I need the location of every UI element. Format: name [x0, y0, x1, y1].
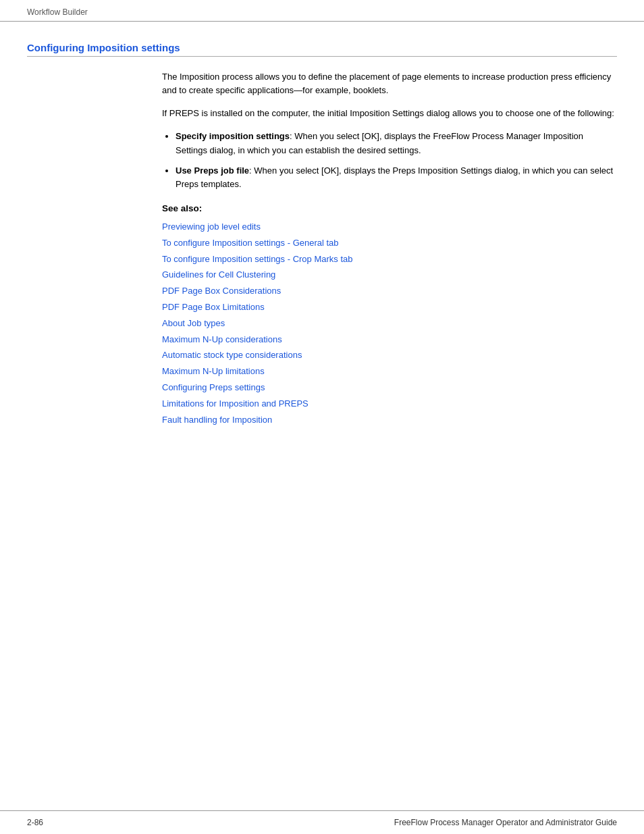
list-item: Limitations for Imposition and PREPS: [162, 397, 617, 411]
see-also-heading: See also:: [162, 203, 617, 213]
see-also-section: See also: Previewing job level edits To …: [162, 203, 617, 427]
list-item: Configuring Preps settings: [162, 381, 617, 395]
bullet-bold-2: Use Preps job file: [176, 165, 249, 176]
paragraph-1: The Imposition process allows you to def…: [162, 70, 617, 97]
link-previewing[interactable]: Previewing job level edits: [162, 221, 261, 232]
list-item: Automatic stock type considerations: [162, 348, 617, 363]
bottom-bar: 2-86 FreeFlow Process Manager Operator a…: [0, 810, 644, 834]
main-content: Configuring Imposition settings The Impo…: [0, 22, 644, 810]
link-max-nup-limitations[interactable]: Maximum N-Up limitations: [162, 366, 265, 376]
top-bar: Workflow Builder: [0, 0, 644, 22]
list-item: About Job types: [162, 317, 617, 331]
paragraph-2: If PREPS is installed on the computer, t…: [162, 107, 617, 120]
guide-title: FreeFlow Process Manager Operator and Ad…: [394, 818, 617, 827]
list-item: PDF Page Box Considerations: [162, 284, 617, 298]
link-configure-cropmarks[interactable]: To configure Imposition settings - Crop …: [162, 254, 353, 264]
bullet-item-1: Specify imposition settings: When you se…: [176, 130, 617, 157]
link-configuring-preps[interactable]: Configuring Preps settings: [162, 382, 265, 392]
breadcrumb: Workflow Builder: [27, 7, 88, 17]
link-about-job-types[interactable]: About Job types: [162, 318, 225, 328]
section-title[interactable]: Configuring Imposition settings: [27, 42, 180, 53]
list-item: PDF Page Box Limitations: [162, 301, 617, 315]
list-item: Fault handling for Imposition: [162, 413, 617, 427]
link-max-nup-considerations[interactable]: Maximum N-Up considerations: [162, 334, 282, 344]
bullet-item-2: Use Preps job file: When you select [OK]…: [176, 164, 617, 191]
section-title-container: Configuring Imposition settings: [27, 42, 617, 57]
bullet-list: Specify imposition settings: When you se…: [176, 130, 617, 191]
list-item: To configure Imposition settings - Crop …: [162, 253, 617, 267]
list-item: Maximum N-Up considerations: [162, 333, 617, 347]
link-pdf-page-box-considerations[interactable]: PDF Page Box Considerations: [162, 286, 281, 296]
link-fault-handling[interactable]: Fault handling for Imposition: [162, 415, 272, 425]
link-cell-clustering[interactable]: Guidelines for Cell Clustering: [162, 269, 275, 280]
list-item: To configure Imposition settings - Gener…: [162, 236, 617, 251]
link-configure-general[interactable]: To configure Imposition settings - Gener…: [162, 238, 339, 248]
list-item: Guidelines for Cell Clustering: [162, 268, 617, 282]
bullet-bold-1: Specify imposition settings: [176, 131, 290, 141]
link-limitations-preps[interactable]: Limitations for Imposition and PREPS: [162, 398, 308, 409]
page-wrapper: Workflow Builder Configuring Imposition …: [0, 0, 644, 834]
link-auto-stock[interactable]: Automatic stock type considerations: [162, 350, 302, 360]
list-item: Previewing job level edits: [162, 220, 617, 234]
link-list: Previewing job level edits To configure …: [162, 220, 617, 427]
list-item: Maximum N-Up limitations: [162, 365, 617, 379]
content-area: The Imposition process allows you to def…: [162, 70, 617, 427]
page-number: 2-86: [27, 818, 43, 827]
link-pdf-page-box-limitations[interactable]: PDF Page Box Limitations: [162, 302, 265, 312]
